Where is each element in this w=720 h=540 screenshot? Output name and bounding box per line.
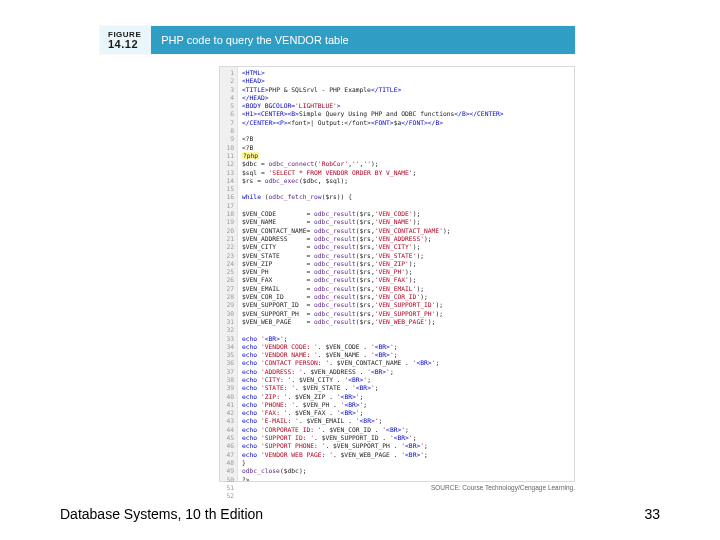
code-line: $VEN_ADDRESS = odbc_result($rs,'VEN_ADDR… <box>242 235 570 243</box>
code-line: <?B <box>242 135 570 143</box>
figure-header: FIGURE 14.12 PHP code to query the VENDO… <box>100 26 575 54</box>
code-area: <HTML><HEAD><TITLE>PHP & SQLSrvl - PHP E… <box>238 67 574 481</box>
line-number: 45 <box>220 434 234 442</box>
line-number: 20 <box>220 227 234 235</box>
line-number: 31 <box>220 318 234 326</box>
line-number: 14 <box>220 177 234 185</box>
line-number: 48 <box>220 459 234 467</box>
code-line: echo 'VENDOR WEB PAGE: '. $VEN_WEB_PAGE … <box>242 451 570 459</box>
line-number: 12 <box>220 160 234 168</box>
code-line: <H1><CENTER><B>Simple Query Using PHP an… <box>242 110 570 118</box>
line-number: 47 <box>220 451 234 459</box>
line-number: 24 <box>220 260 234 268</box>
line-number: 6 <box>220 110 234 118</box>
code-line: $VEN_CITY = odbc_result($rs,'VEN_CITY'); <box>242 243 570 251</box>
code-line: echo 'ADDRESS: '. $VEN_ADDRESS . '<BR>'; <box>242 368 570 376</box>
code-line: echo 'ZIP: '. $VEN_ZIP . '<BR>'; <box>242 393 570 401</box>
figure-number: 14.12 <box>108 39 141 50</box>
line-number: 37 <box>220 368 234 376</box>
line-number: 23 <box>220 252 234 260</box>
line-number: 17 <box>220 202 234 210</box>
code-line: $VEN_COR_ID = odbc_result($rs,'VEN_COR_I… <box>242 293 570 301</box>
line-number: 43 <box>220 417 234 425</box>
code-line: <?B <box>242 144 570 152</box>
code-line: echo 'CONTACT PERSON: '. $VEN_CONTACT_NA… <box>242 359 570 367</box>
code-line: $rs = odbc_exec($dbc, $sql); <box>242 177 570 185</box>
line-number: 34 <box>220 343 234 351</box>
line-number: 5 <box>220 102 234 110</box>
code-line: <HTML> <box>242 69 570 77</box>
line-number: 44 <box>220 426 234 434</box>
code-line: $sql = 'SELECT * FROM VENDOR ORDER BY V_… <box>242 169 570 177</box>
code-line: echo 'FAX: '. $VEN_FAX . '<BR>'; <box>242 409 570 417</box>
line-number: 2 <box>220 77 234 85</box>
code-line: echo 'SUPPORT ID: '. $VEN_SUPPORT_ID . '… <box>242 434 570 442</box>
line-number: 27 <box>220 285 234 293</box>
line-number: 39 <box>220 384 234 392</box>
line-number: 41 <box>220 401 234 409</box>
line-number: 13 <box>220 169 234 177</box>
line-number: 16 <box>220 193 234 201</box>
line-number: 28 <box>220 293 234 301</box>
line-number: 52 <box>220 492 234 500</box>
code-line: <TITLE>PHP & SQLSrvl - PHP Example</TITL… <box>242 86 570 94</box>
line-number: 7 <box>220 119 234 127</box>
figure-caption: PHP code to query the VENDOR table <box>151 26 575 54</box>
code-line: ?> <box>242 476 570 481</box>
line-number-gutter: 1234567891011121314151617181920212223242… <box>220 67 238 481</box>
code-line: echo 'E-MAIL: '. $VEN_EMAIL . '<BR>'; <box>242 417 570 425</box>
code-line: while (odbc_fetch_row($rs)) { <box>242 193 570 201</box>
code-line: echo 'SUPPORT PHONE: '. $VEN_SUPPORT_PH … <box>242 442 570 450</box>
line-number: 8 <box>220 127 234 135</box>
line-number: 25 <box>220 268 234 276</box>
line-number: 11 <box>220 152 234 160</box>
code-line: </HEAD> <box>242 94 570 102</box>
line-number: 50 <box>220 476 234 484</box>
line-number: 4 <box>220 94 234 102</box>
line-number: 32 <box>220 326 234 334</box>
line-number: 9 <box>220 135 234 143</box>
line-number: 30 <box>220 310 234 318</box>
line-number: 21 <box>220 235 234 243</box>
code-line: echo 'VENDOR NAME: '. $VEN_NAME . '<BR>'… <box>242 351 570 359</box>
line-number: 49 <box>220 467 234 475</box>
code-line: $VEN_CONTACT_NAME= odbc_result($rs,'VEN_… <box>242 227 570 235</box>
code-panel: 1234567891011121314151617181920212223242… <box>219 66 575 482</box>
line-number: 36 <box>220 359 234 367</box>
line-number: 22 <box>220 243 234 251</box>
line-number: 38 <box>220 376 234 384</box>
line-number: 40 <box>220 393 234 401</box>
code-line: ?php <box>242 152 570 160</box>
code-line <box>242 127 570 135</box>
code-line: $VEN_WEB_PAGE = odbc_result($rs,'VEN_WEB… <box>242 318 570 326</box>
code-line: <BODY BGCOLOR='LIGHTBLUE'> <box>242 102 570 110</box>
credit-text: SOURCE: Course Technology/Cengage Learni… <box>431 484 575 491</box>
code-line: echo 'CITY: '. $VEN_CITY . '<BR>'; <box>242 376 570 384</box>
footer-page-number: 33 <box>644 506 660 522</box>
code-line: echo 'CORPORATE ID: '. $VEN_COR_ID . '<B… <box>242 426 570 434</box>
code-line: $VEN_ZIP = odbc_result($rs,'VEN_ZIP'); <box>242 260 570 268</box>
code-line: $VEN_PH = odbc_result($rs,'VEN_PH'); <box>242 268 570 276</box>
figure-number-box: FIGURE 14.12 <box>100 26 151 54</box>
line-number: 46 <box>220 442 234 450</box>
code-line: echo 'VENDOR CODE: '. $VEN_CODE . '<BR>'… <box>242 343 570 351</box>
line-number: 29 <box>220 301 234 309</box>
line-number: 35 <box>220 351 234 359</box>
line-number: 51 <box>220 484 234 492</box>
code-line: $dbc = odbc_connect('RobCor','',''); <box>242 160 570 168</box>
code-line: $VEN_SUPPORT_ID = odbc_result($rs,'VEN_S… <box>242 301 570 309</box>
code-line: odbc_close($dbc); <box>242 467 570 475</box>
line-number: 3 <box>220 86 234 94</box>
line-number: 1 <box>220 69 234 77</box>
code-line: </CENTER><P><font>| Output:</font><FONT>… <box>242 119 570 127</box>
code-line: echo '<BR>'; <box>242 335 570 343</box>
line-number: 18 <box>220 210 234 218</box>
footer-book-title: Database Systems, 10 th Edition <box>60 506 263 522</box>
code-line <box>242 185 570 193</box>
code-line: $VEN_STATE = odbc_result($rs,'VEN_STATE'… <box>242 252 570 260</box>
line-number: 42 <box>220 409 234 417</box>
code-line: $VEN_NAME = odbc_result($rs,'VEN_NAME'); <box>242 218 570 226</box>
code-line: } <box>242 459 570 467</box>
line-number: 26 <box>220 276 234 284</box>
line-number: 15 <box>220 185 234 193</box>
